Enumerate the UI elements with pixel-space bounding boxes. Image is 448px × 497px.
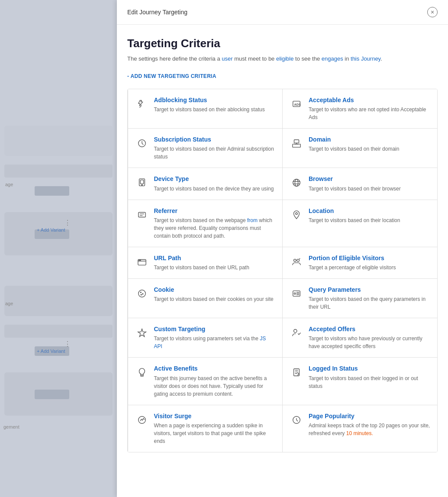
acceptable-ads-title: Acceptable Ads bbox=[309, 96, 430, 104]
adblocking-status-title: Adblocking Status bbox=[154, 96, 265, 104]
adblocking-status-desc: Target to visitors based on their ablock… bbox=[154, 106, 265, 113]
svg-point-22 bbox=[138, 290, 145, 297]
subscription-status-title: Subscription Status bbox=[154, 136, 276, 143]
svg-line-21 bbox=[299, 258, 300, 259]
url-path-title: URL Path bbox=[154, 254, 249, 262]
acceptable-ads-icon: ADS bbox=[290, 97, 303, 111]
device-type-title: Device Type bbox=[154, 175, 274, 183]
modal-overlay: Edit Journey Targeting × Targeting Crite… bbox=[117, 0, 448, 497]
criteria-item-accepted-offers[interactable]: Accepted Offers Target to visitors who h… bbox=[282, 318, 438, 358]
svg-point-15 bbox=[296, 213, 298, 215]
custom-targeting-icon bbox=[135, 326, 149, 340]
visitor-surge-icon bbox=[135, 413, 149, 427]
cookie-title: Cookie bbox=[154, 286, 274, 294]
svg-rect-34 bbox=[294, 369, 300, 376]
location-title: Location bbox=[309, 207, 400, 215]
criteria-item-browser[interactable]: Browser Target to visitors based on thei… bbox=[282, 168, 438, 200]
device-type-desc: Target to visitors based on the device t… bbox=[154, 185, 274, 193]
svg-text:ADS: ADS bbox=[294, 103, 301, 106]
browser-desc: Target to visitors based on their browse… bbox=[309, 185, 401, 193]
device-type-icon bbox=[135, 176, 149, 190]
svg-point-25 bbox=[141, 294, 142, 295]
portion-eligible-desc: Target a percentage of eligible visitors bbox=[309, 264, 396, 271]
cookie-icon bbox=[135, 287, 149, 300]
url-path-desc: Target to visitors based on their URL pa… bbox=[154, 264, 249, 271]
criteria-item-acceptable-ads[interactable]: ADS Acceptable Ads Target to visitors wh… bbox=[282, 89, 438, 129]
bg-decorations: age age + Add Variant + Add Variant ⋮ ⋮ … bbox=[0, 0, 117, 497]
page-popularity-title: Page Popularity bbox=[309, 412, 430, 420]
browser-title: Browser bbox=[309, 175, 401, 183]
page-subtitle: The settings here define the criteria a … bbox=[127, 55, 438, 63]
modal-title: Edit Journey Targeting bbox=[127, 9, 187, 16]
svg-rect-4 bbox=[294, 140, 299, 143]
custom-targeting-title: Custom Targeting bbox=[154, 325, 276, 333]
query-parameters-title: Query Parameters bbox=[309, 286, 430, 294]
svg-point-9 bbox=[142, 185, 142, 186]
accepted-offers-icon bbox=[290, 326, 303, 340]
criteria-item-active-benefits[interactable]: Active Benefits Target this journey base… bbox=[128, 357, 283, 405]
svg-point-17 bbox=[139, 260, 139, 260]
subscription-status-icon bbox=[135, 136, 149, 150]
accepted-offers-desc: Target to visitors who have previously o… bbox=[309, 335, 430, 350]
criteria-item-domain[interactable]: Domain Target to visitors based on their… bbox=[282, 128, 438, 168]
active-benefits-icon bbox=[135, 365, 149, 379]
visitor-surge-title: Visitor Surge bbox=[154, 412, 276, 420]
background-panel: age age + Add Variant + Add Variant ⋮ ⋮ … bbox=[0, 0, 117, 497]
criteria-item-query-parameters[interactable]: Query Parameters Target to visitors base… bbox=[282, 278, 438, 318]
criteria-item-adblocking-status[interactable]: Adblocking Status Target to visitors bas… bbox=[128, 89, 283, 129]
criteria-item-device-type[interactable]: Device Type Target to visitors based on … bbox=[128, 168, 283, 200]
criteria-item-location[interactable]: Location Target to visitors based on the… bbox=[282, 200, 438, 247]
svg-point-18 bbox=[140, 260, 140, 260]
domain-title: Domain bbox=[309, 136, 399, 143]
query-parameters-icon bbox=[290, 287, 303, 300]
logged-in-status-icon bbox=[290, 365, 303, 379]
svg-point-24 bbox=[142, 294, 143, 294]
criteria-item-subscription-status[interactable]: Subscription Status Target to visitors b… bbox=[128, 128, 283, 168]
query-parameters-desc: Target to visitors based on the query pa… bbox=[309, 295, 430, 311]
browser-icon bbox=[290, 176, 303, 190]
criteria-grid: Adblocking Status Target to visitors bas… bbox=[127, 89, 438, 453]
visitor-surge-desc: When a page is experiencing a sudden spi… bbox=[154, 422, 276, 445]
modal-header: Edit Journey Targeting × bbox=[117, 0, 448, 25]
active-benefits-title: Active Benefits bbox=[154, 365, 276, 372]
criteria-item-url-path[interactable]: URL Path Target to visitors based on the… bbox=[128, 247, 283, 279]
criteria-item-logged-in-status[interactable]: Logged In Status Target to visitors base… bbox=[282, 357, 438, 405]
logged-in-status-title: Logged In Status bbox=[309, 365, 430, 372]
referrer-icon bbox=[135, 208, 149, 222]
portion-eligible-icon bbox=[290, 255, 303, 269]
subscription-status-desc: Target to visitors based on their Admira… bbox=[154, 145, 276, 161]
cookie-desc: Target to visitors based on their cookie… bbox=[154, 295, 274, 303]
svg-point-10 bbox=[293, 179, 300, 187]
location-desc: Target to visitors based on their locati… bbox=[309, 216, 400, 224]
svg-point-27 bbox=[294, 293, 296, 294]
referrer-title: Referrer bbox=[154, 207, 276, 215]
svg-rect-14 bbox=[138, 212, 145, 217]
add-criteria-link[interactable]: - ADD NEW TARGETING CRITERIA bbox=[127, 73, 216, 79]
svg-point-19 bbox=[294, 259, 297, 261]
page-title: Targeting Criteria bbox=[127, 37, 438, 50]
page-popularity-icon bbox=[290, 413, 303, 427]
domain-icon bbox=[290, 136, 303, 150]
criteria-item-referrer[interactable]: Referrer Target to visitors based on the… bbox=[128, 200, 283, 247]
close-button[interactable]: × bbox=[427, 7, 438, 17]
portion-eligible-title: Portion of Eligible Visitors bbox=[309, 254, 396, 262]
criteria-item-portion-eligible[interactable]: Portion of Eligible Visitors Target a pe… bbox=[282, 247, 438, 279]
criteria-item-cookie[interactable]: Cookie Target to visitors based on their… bbox=[128, 278, 283, 318]
custom-targeting-desc: Target to visitors using parameters set … bbox=[154, 335, 276, 350]
criteria-item-custom-targeting[interactable]: Custom Targeting Target to visitors usin… bbox=[128, 318, 283, 358]
accepted-offers-title: Accepted Offers bbox=[309, 325, 430, 333]
adblocking-status-icon bbox=[135, 97, 149, 111]
modal-body: Targeting Criteria The settings here def… bbox=[117, 25, 448, 465]
page-popularity-desc: Admiral keeps track of the top 20 pages … bbox=[309, 422, 430, 437]
svg-point-20 bbox=[297, 259, 300, 261]
referrer-desc: Target to visitors based on the webpage … bbox=[154, 216, 276, 240]
svg-rect-8 bbox=[140, 180, 143, 184]
acceptable-ads-desc: Target to visitors who are not opted int… bbox=[309, 106, 430, 121]
svg-point-31 bbox=[294, 329, 297, 332]
svg-rect-3 bbox=[293, 144, 300, 147]
active-benefits-desc: Target this journey based on the active … bbox=[154, 374, 276, 398]
criteria-item-page-popularity[interactable]: Page Popularity Admiral keeps track of t… bbox=[282, 405, 438, 452]
criteria-item-visitor-surge[interactable]: Visitor Surge When a page is experiencin… bbox=[128, 405, 283, 452]
svg-point-23 bbox=[140, 292, 141, 293]
location-icon bbox=[290, 208, 303, 222]
